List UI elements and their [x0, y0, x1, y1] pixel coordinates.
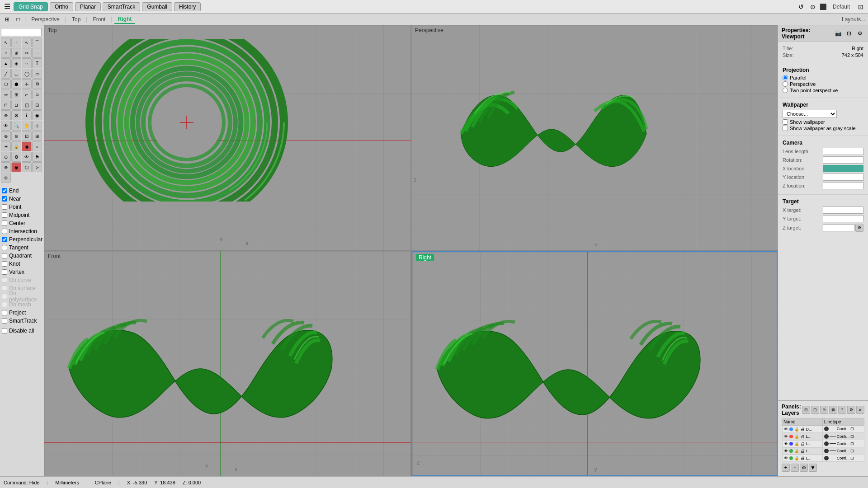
- layers-filter-btn[interactable]: ▼: [809, 464, 817, 472]
- viewport-right[interactable]: Right Z y: [411, 251, 778, 476]
- layer-row[interactable]: 👁 🔒 🖨 L... Conti... ⊡: [782, 433, 864, 440]
- snap-end-checkbox[interactable]: [2, 188, 7, 193]
- grid-snap-button[interactable]: Grid Snap: [14, 2, 48, 11]
- x-target-input[interactable]: 0: [823, 206, 863, 214]
- point-tool[interactable]: ·: [11, 38, 21, 47]
- settings-icon[interactable]: ⚙: [855, 29, 864, 38]
- command-input[interactable]: Command: [1, 28, 42, 36]
- snap-tool[interactable]: ⊹: [32, 121, 42, 131]
- app-menu-icon[interactable]: ☰: [3, 2, 12, 11]
- misc5-tool[interactable]: ⊕: [1, 173, 11, 183]
- layouts-button[interactable]: Layouts...: [842, 16, 865, 23]
- snap-vertex-checkbox[interactable]: [2, 269, 7, 275]
- wallpaper-select[interactable]: Choose...: [783, 110, 837, 118]
- layer-print-icon[interactable]: 🖨: [801, 456, 805, 460]
- viewport-front[interactable]: Front x y: [44, 251, 410, 476]
- layer-visibility-icon[interactable]: 👁: [784, 456, 788, 460]
- layer-lock-icon[interactable]: 🔒: [794, 441, 799, 446]
- undo-icon[interactable]: ↺: [797, 2, 806, 11]
- display-icon[interactable]: ⊡: [844, 29, 854, 38]
- snap-near-checkbox[interactable]: [2, 196, 7, 202]
- y-target-input[interactable]: 10.43: [823, 215, 863, 222]
- select-tool[interactable]: ↖: [1, 38, 11, 47]
- layer-visibility-icon[interactable]: 👁: [784, 441, 788, 446]
- layout-single-icon[interactable]: □: [14, 15, 23, 24]
- layer-lock-icon[interactable]: 🔒: [794, 427, 799, 432]
- snap-quadrant-checkbox[interactable]: [2, 253, 7, 258]
- extrude-tool[interactable]: ▲: [1, 58, 11, 68]
- copy-tool[interactable]: ⧉: [32, 79, 42, 89]
- layers-icon-6[interactable]: ⚙: [847, 406, 855, 414]
- join-tool[interactable]: ⊓: [1, 100, 11, 110]
- snap-on-mesh-checkbox[interactable]: [2, 302, 7, 307]
- snap-center-checkbox[interactable]: [2, 221, 7, 226]
- split-tool[interactable]: ⋯: [32, 48, 42, 58]
- view-tool[interactable]: 👁: [1, 121, 11, 131]
- misc3-tool[interactable]: ⬡: [22, 162, 32, 172]
- layer-row[interactable]: 👁 🔒 🖨 L... Conti... ⊡: [782, 440, 864, 447]
- analyze-tool[interactable]: ℹ: [22, 110, 32, 120]
- render-tool[interactable]: ◉: [32, 110, 42, 120]
- smart-track-button[interactable]: SmartTrack: [103, 2, 141, 11]
- pan-tool[interactable]: ✋: [22, 121, 32, 131]
- planar-button[interactable]: Planar: [75, 2, 101, 11]
- layout-grid-icon[interactable]: ⊞: [3, 15, 12, 24]
- snap-project-checkbox[interactable]: [2, 310, 7, 315]
- scale-tool[interactable]: ⊕: [11, 48, 21, 58]
- offset-tool[interactable]: ⊃: [32, 89, 42, 99]
- misc1-tool[interactable]: ⊕: [1, 162, 11, 172]
- camera-icon[interactable]: 📷: [834, 29, 843, 38]
- explode-tool[interactable]: ⊔: [11, 100, 21, 110]
- zoom-win-tool[interactable]: ⊞: [32, 131, 42, 141]
- layers-icon-2[interactable]: ⊡: [811, 406, 819, 414]
- tab-front[interactable]: Front: [89, 15, 109, 23]
- gumball-button[interactable]: Gumball: [142, 2, 172, 11]
- snap-tangent-checkbox[interactable]: [2, 245, 7, 250]
- y-location-input[interactable]: 10.43: [823, 174, 863, 181]
- zoom-out-tool[interactable]: ⊖: [11, 131, 21, 141]
- lock-tool[interactable]: 🔒: [11, 141, 21, 151]
- viewport-perspective[interactable]: Perspective Z Y: [411, 25, 778, 250]
- prop-tool[interactable]: ⊙: [1, 152, 11, 162]
- boolean-tool[interactable]: ⊕: [1, 110, 11, 120]
- layers-icon-5[interactable]: ?: [838, 406, 846, 414]
- layer-print-icon[interactable]: 🖨: [801, 427, 805, 432]
- history-button[interactable]: History: [174, 2, 201, 11]
- color-tool[interactable]: ◉: [22, 141, 32, 151]
- layers-icon-4[interactable]: ⊠: [829, 406, 837, 414]
- dim-tool[interactable]: ↔: [22, 58, 32, 68]
- line-tool[interactable]: ╱: [1, 69, 11, 79]
- snap-on-polysurface-checkbox[interactable]: [2, 294, 7, 299]
- layer-lock-icon[interactable]: 🔒: [794, 449, 799, 453]
- snap-point-checkbox[interactable]: [2, 204, 7, 210]
- snap-on-surface-checkbox[interactable]: [2, 286, 7, 291]
- snap-perpendicular-checkbox[interactable]: [2, 237, 7, 242]
- add-layer-btn[interactable]: +: [782, 464, 790, 472]
- layer-lock-icon[interactable]: 🔒: [794, 434, 799, 439]
- cage-tool[interactable]: ⊠: [11, 110, 21, 120]
- tab-right[interactable]: Right: [114, 15, 136, 24]
- snap-midpoint-checkbox[interactable]: [2, 212, 7, 218]
- circle2-tool[interactable]: ○: [32, 141, 42, 151]
- trim-tool[interactable]: ✂: [22, 48, 32, 58]
- zoom-ext-tool[interactable]: ⊡: [22, 131, 32, 141]
- layers-icon-1[interactable]: ⊞: [802, 406, 810, 414]
- layer-print-icon[interactable]: 🖨: [801, 441, 805, 446]
- zoom-tool[interactable]: 🔍: [11, 121, 21, 131]
- array-tool[interactable]: ⊞: [11, 89, 21, 99]
- layer-print-icon[interactable]: 🖨: [801, 434, 805, 439]
- layer-lock-icon[interactable]: 🔒: [794, 456, 799, 460]
- record-icon[interactable]: ⊙: [808, 2, 817, 11]
- ortho-button[interactable]: Ortho: [50, 2, 73, 11]
- rotate-tool[interactable]: ○: [1, 48, 11, 58]
- solid-tool[interactable]: ⬢: [11, 79, 21, 89]
- snap-intersection-checkbox[interactable]: [2, 229, 7, 234]
- snap-knot-checkbox[interactable]: [2, 261, 7, 267]
- layer-visibility-icon[interactable]: 👁: [784, 449, 788, 453]
- zoom-in-tool[interactable]: ⊕: [1, 131, 11, 141]
- group-tool[interactable]: ◫: [22, 100, 32, 110]
- text-tool[interactable]: T: [32, 58, 42, 68]
- arc-tool[interactable]: ◡: [11, 69, 21, 79]
- layer-row[interactable]: 👁 🔒 🖨 L... Conti... ⊡: [782, 447, 864, 455]
- parallel-radio[interactable]: [783, 75, 788, 80]
